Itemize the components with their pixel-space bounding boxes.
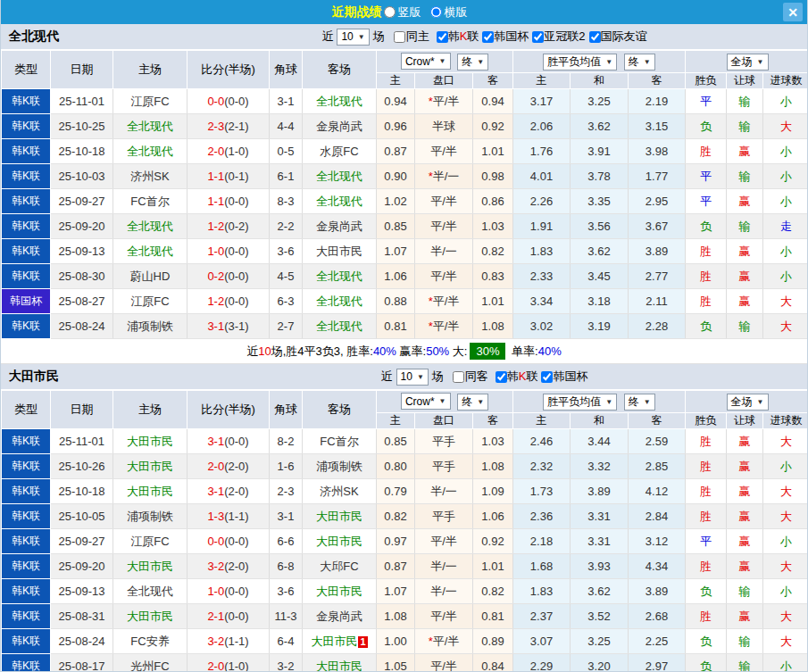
vertical-layout-option[interactable]: 竖版 [384, 4, 421, 21]
handicap-home-odds-cell: 1.07 [377, 239, 415, 264]
match-scope-select[interactable]: 全场▼ [727, 54, 769, 71]
home-team-name: 大田市民 [127, 560, 173, 573]
bookmaker-select[interactable]: Crow*▼ [401, 393, 451, 410]
date-cell: 25-10-18 [51, 479, 113, 504]
avg-draw-cell: 3.78 [571, 164, 629, 189]
goals-cell: 大 [763, 504, 808, 529]
league-type-cell: 韩K联 [2, 264, 51, 289]
avg-odds-select[interactable]: 胜平负均值▼ [543, 394, 617, 411]
col-header-handicap: 盘口 [415, 73, 473, 89]
filter-controls: 近 10▼ 场 同主 韩K联韩国杯亚冠联2国际友谊 [162, 29, 807, 46]
away-team-cell: 大田市民 [303, 239, 377, 264]
handicap-result-cell: 输 [727, 654, 763, 672]
home-team-name: FC首尔 [130, 195, 169, 208]
corner-cell: 2-3 [270, 479, 303, 504]
result-cell: 负 [686, 314, 727, 339]
avg-draw-cell: 3.18 [571, 289, 629, 314]
same-venue-checkbox[interactable] [394, 31, 405, 43]
same-venue-option[interactable]: 同客 [447, 369, 488, 385]
away-team-cell: 全北现代 [303, 314, 377, 339]
league-type-cell: 韩K联 [2, 239, 51, 264]
same-venue-option[interactable]: 同主 [388, 29, 429, 45]
match-scope-select[interactable]: 全场▼ [727, 394, 769, 411]
league-checkbox[interactable] [589, 31, 601, 43]
handicap-result-cell: 赢 [727, 264, 763, 289]
league-filter-option[interactable]: 韩K联 [492, 369, 538, 385]
league-checkbox[interactable] [437, 31, 448, 43]
close-button[interactable]: ✕ [783, 3, 803, 21]
date-cell: 25-08-31 [51, 604, 113, 629]
avg-stage-select[interactable]: 终▼ [624, 54, 655, 71]
handicap-home-odds-cell: 1.06 [377, 264, 415, 289]
horizontal-layout-option[interactable]: 横版 [430, 4, 468, 21]
home-team-cell: 大田市民 [113, 479, 187, 504]
league-filter-option[interactable]: 国际友谊 [586, 29, 647, 45]
handicap-cell: *半/一 [415, 164, 473, 189]
handicap-result-cell: 输 [727, 579, 763, 604]
home-team-cell: 大田市民 [113, 454, 187, 479]
fulltime-score: 1-3 [207, 510, 224, 523]
corner-cell: 6-3 [270, 289, 303, 314]
league-filter-option[interactable]: 韩K联 [433, 29, 479, 45]
odds-stage-select[interactable]: 终▼ [457, 394, 488, 411]
avg-away-cell: 3.12 [629, 529, 686, 554]
handicap-result-cell: 赢 [727, 479, 763, 504]
away-team-cell: 济州SK [303, 479, 377, 504]
score-cell: 2-0(2-0) [187, 454, 270, 479]
home-team-name: 大田市民 [127, 435, 173, 448]
avg-stage-select[interactable]: 终▼ [624, 394, 655, 411]
halftime-score: (1-1) [224, 510, 248, 523]
table-row: 韩K联25-11-01大田市民3-1(0-0)8-2FC首尔0.85平手1.03… [2, 429, 808, 454]
handicap-cell: 平/半 [415, 214, 473, 239]
halftime-score: (2-0) [224, 460, 248, 473]
handicap-home-odds-cell: 0.85 [377, 214, 415, 239]
league-checkbox[interactable] [541, 371, 553, 383]
table-row: 韩K联25-10-26大田市民2-0(2-0)1-6浦项制铁0.80平手1.08… [2, 454, 808, 479]
score-cell: 1-2(0-2) [187, 214, 270, 239]
away-team-name: 水原FC [320, 145, 358, 158]
avg-away-cell: 2.77 [629, 264, 686, 289]
col-header-avg-away: 客 [629, 413, 686, 429]
games-count-select[interactable]: 10▼ [337, 29, 369, 46]
avg-draw-cell: 3.32 [571, 454, 629, 479]
handicap-away-odds-cell: 1.01 [473, 554, 513, 579]
goals-cell: 小 [763, 139, 808, 164]
col-header-avg-home: 主 [513, 73, 571, 89]
league-filter-option[interactable]: 韩国杯 [479, 29, 529, 45]
fulltime-score: 2-1 [207, 610, 224, 623]
score-cell: 3-2(1-1) [187, 629, 270, 654]
league-checkbox[interactable] [532, 31, 544, 43]
section-jeonbuk: 全北现代 近 10▼ 场 同主 韩K联韩国杯亚冠联2国际友谊 [1, 24, 807, 364]
result-cell: 胜 [686, 454, 727, 479]
corner-cell: 2-2 [270, 214, 303, 239]
horizontal-layout-radio[interactable] [430, 6, 442, 18]
league-checkbox[interactable] [496, 371, 507, 383]
avg-home-cell: 4.01 [513, 164, 571, 189]
avg-draw-cell: 3.62 [571, 579, 629, 604]
handicap-away-odds-cell: 1.08 [473, 454, 513, 479]
avg-home-cell: 2.32 [513, 454, 571, 479]
score-cell: 1-1(0-1) [187, 164, 270, 189]
vertical-layout-radio[interactable] [384, 6, 396, 18]
away-team-name: 全北现代 [316, 295, 362, 308]
halftime-score: (0-1) [224, 170, 248, 183]
league-label: 亚冠联2 [544, 29, 585, 45]
odds-stage-select[interactable]: 终▼ [457, 54, 488, 71]
league-filter-option[interactable]: 亚冠联2 [529, 29, 585, 45]
games-count-select[interactable]: 10▼ [396, 369, 429, 386]
league-checkbox[interactable] [482, 31, 494, 43]
bookmaker-select[interactable]: Crow*▼ [401, 53, 451, 70]
fulltime-score: 3-1 [207, 435, 224, 448]
halftime-score: (0-0) [224, 95, 248, 108]
avg-away-cell: 2.19 [629, 89, 686, 114]
home-team-name: 江原FC [130, 95, 169, 108]
score-cell: 1-0(0-0) [187, 579, 270, 604]
same-venue-checkbox[interactable] [453, 371, 464, 383]
summary-part: 50% [426, 344, 449, 358]
away-team-name: 金泉尚武 [316, 120, 362, 133]
avg-away-cell: 2.97 [629, 654, 686, 672]
home-team-name: 光州FC [130, 660, 169, 672]
league-filter-option[interactable]: 韩国杯 [537, 369, 587, 385]
avg-odds-select[interactable]: 胜平负均值▼ [543, 54, 617, 71]
score-cell: 3-1(3-1) [187, 314, 270, 339]
